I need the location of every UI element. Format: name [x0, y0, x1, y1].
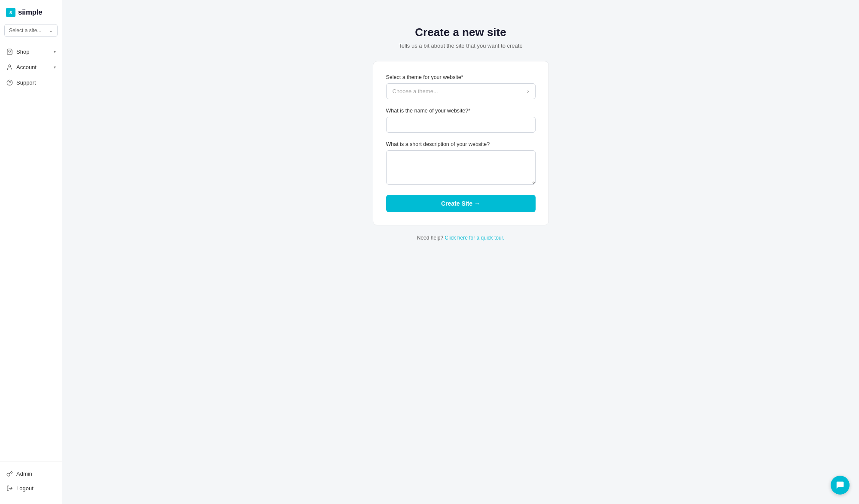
create-site-button-label: Create Site →: [441, 200, 480, 207]
admin-icon: [6, 470, 13, 477]
sidebar-item-account-label: Account: [16, 64, 37, 70]
support-icon: [6, 79, 13, 86]
sidebar-nav: Shop ▾ Account ▾ Support: [0, 44, 62, 461]
create-site-form-card: Select a theme for your website* Choose …: [373, 61, 549, 225]
svg-point-1: [9, 64, 11, 67]
theme-select-chevron-icon: ›: [527, 88, 529, 94]
description-textarea[interactable]: [386, 150, 536, 185]
create-site-button[interactable]: Create Site →: [386, 195, 536, 212]
theme-select-placeholder: Choose a theme...: [393, 88, 438, 94]
sidebar-item-shop[interactable]: Shop ▾: [0, 44, 62, 59]
page-title: Create a new site: [399, 26, 522, 39]
logout-label: Logout: [16, 485, 34, 492]
page-subtitle: Tells us a bit about the site that you w…: [399, 43, 522, 49]
description-label: What is a short description of your webs…: [386, 141, 536, 147]
shop-icon: [6, 48, 13, 55]
account-chevron-icon: ▾: [54, 65, 56, 70]
logout-item[interactable]: Logout: [0, 481, 62, 495]
shop-chevron-icon: ▾: [54, 49, 56, 54]
sidebar-item-shop-label: Shop: [16, 49, 29, 55]
account-icon: [6, 64, 13, 70]
sidebar-bottom: Admin Logout: [0, 461, 62, 504]
theme-form-group: Select a theme for your website* Choose …: [386, 74, 536, 99]
admin-item[interactable]: Admin: [0, 466, 62, 481]
svg-point-2: [7, 80, 12, 85]
sidebar-item-support[interactable]: Support: [0, 75, 62, 90]
admin-label: Admin: [16, 471, 32, 477]
logo-icon: s: [6, 8, 15, 17]
sidebar-item-support-label: Support: [16, 79, 36, 86]
site-selector-chevron-icon: ⌄: [49, 28, 53, 33]
logout-icon: [6, 485, 13, 492]
theme-label: Select a theme for your website*: [386, 74, 536, 80]
logo[interactable]: s siimple: [0, 0, 62, 24]
name-form-group: What is the name of your website?*: [386, 108, 536, 133]
name-label: What is the name of your website?*: [386, 108, 536, 114]
description-form-group: What is a short description of your webs…: [386, 141, 536, 186]
site-selector[interactable]: Select a site... ⌄: [4, 24, 58, 37]
logo-text: siimple: [18, 8, 42, 17]
chat-bubble[interactable]: [831, 476, 850, 495]
site-selector-label: Select a site...: [9, 27, 41, 33]
name-input[interactable]: [386, 117, 536, 133]
help-need-help: Need help?: [417, 235, 443, 241]
page-header: Create a new site Tells us a bit about t…: [399, 26, 522, 49]
help-text: Need help? Click here for a quick tour.: [417, 235, 504, 241]
chat-icon: [835, 480, 845, 490]
theme-select[interactable]: Choose a theme... ›: [386, 83, 536, 99]
help-link[interactable]: Click here for a quick tour.: [445, 235, 505, 241]
sidebar-item-account[interactable]: Account ▾: [0, 59, 62, 75]
main-content: Create a new site Tells us a bit about t…: [62, 0, 859, 504]
sidebar: s siimple Select a site... ⌄ Shop ▾: [0, 0, 62, 504]
